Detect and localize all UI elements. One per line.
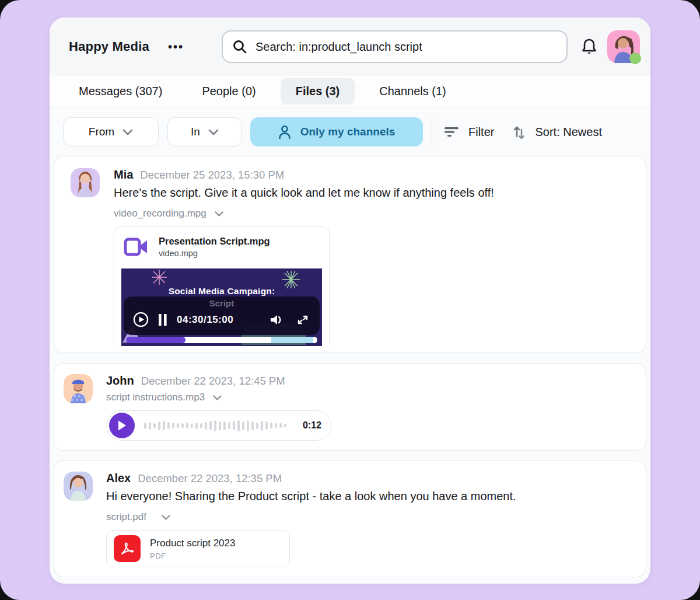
video-progress-bar[interactable] [126,337,317,343]
file-title: Presentation Script.mpg [159,236,270,247]
avatar-alex [64,472,93,501]
chevron-down-icon [213,395,222,400]
top-header: Happy Media ••• [50,18,650,76]
desktop-background: Happy Media ••• Messages [0,0,700,600]
sort-icon [513,124,526,140]
audio-duration: 0:12 [303,420,321,431]
pdf-file-titles: Product script 2023 PDF [150,538,235,560]
pdf-icon [114,535,141,562]
play-icon [117,420,127,431]
author-name: John [106,374,134,388]
tab-messages[interactable]: Messages (307) [64,78,177,104]
timestamp: December 22 2023, 12:45 PM [141,375,285,388]
in-dropdown-label: In [191,125,200,138]
filter-button-label: Filter [468,125,494,139]
online-status-dot [629,53,641,64]
tab-channels[interactable]: Channels (1) [364,78,461,104]
video-camera-icon [124,238,148,256]
pdf-file-card[interactable]: Product script 2023 PDF [106,530,290,567]
user-avatar-button[interactable] [607,30,640,63]
author-name: Alex [106,472,131,485]
attachment-name: script instructions.mp3 [106,392,205,403]
tab-files[interactable]: Files (3) [281,78,355,104]
video-file-header: Presentation Script.mpg video.mpg [114,227,329,266]
notification-bell-button[interactable] [580,37,598,56]
result-card-pdf: Alex December 22 2023, 12:35 PM Hi every… [54,461,646,577]
fullscreen-icon[interactable] [296,313,309,326]
video-overlay-title: Social Media Campaign: [121,286,322,296]
vertical-divider [432,119,432,145]
sort-button[interactable]: Sort: Newest [513,124,601,140]
audio-play-button[interactable] [109,413,135,438]
person-icon [278,125,291,139]
video-controls: 04:30/15:00 [124,308,320,327]
filter-icon [444,127,459,137]
filter-bar: From In Only my channels Filter Sort: Ne… [50,107,650,155]
author-name: Mia [114,168,133,182]
avatar-john [64,374,93,403]
only-my-channels-toggle[interactable]: Only my channels [250,117,423,146]
from-dropdown-label: From [89,125,114,138]
starburst-icon [152,270,167,285]
timestamp: December 25 2023, 15:30 PM [140,169,284,182]
filter-button[interactable]: Filter [444,125,494,139]
chevron-down-icon [162,515,170,520]
search-icon [232,39,247,54]
attachment-toggle[interactable]: video_recording.mpg [114,208,223,219]
chevron-down-icon [208,129,219,135]
chevron-down-icon [215,211,223,217]
only-my-channels-label: Only my channels [300,125,396,138]
volume-icon[interactable] [270,313,284,326]
file-subtitle: video.mpg [159,249,270,258]
result-card-video: Mia December 25 2023, 15:30 PM Here’s th… [54,156,646,353]
attachment-name: video_recording.mpg [114,208,206,219]
file-title: Product script 2023 [150,538,235,549]
audio-player: 0:12 [106,410,331,441]
in-dropdown[interactable]: In [167,117,242,146]
file-subtitle: PDF [150,552,235,560]
video-overlay-subtitle: Script [124,298,320,308]
menu-ellipsis-button[interactable]: ••• [168,40,184,54]
tab-bar: Messages (307) People (0) Files (3) Chan… [50,76,650,107]
search-input[interactable] [256,40,557,54]
sort-button-label: Sort: Newest [535,125,601,139]
pause-icon[interactable] [158,313,167,326]
video-file-card[interactable]: Presentation Script.mpg video.mpg Social… [114,226,330,346]
video-file-titles: Presentation Script.mpg video.mpg [159,236,270,258]
from-dropdown[interactable]: From [63,117,159,146]
progress-fill [126,337,186,343]
message-text: Hi everyone! Sharing the Product script … [106,490,632,503]
result-card-audio: John December 22 2023, 12:45 PM script i… [54,363,646,451]
attachment-toggle[interactable]: script instructions.mp3 [106,392,222,403]
attachment-name: script.pdf [106,511,146,523]
bell-icon [580,37,598,56]
timestamp: December 22 2023, 12:35 PM [138,472,282,485]
chevron-down-icon [123,129,133,135]
avatar-mia [71,168,100,197]
time-display: 04:30/15:00 [177,314,233,326]
video-controls-overlay: Script 04:30/15:00 [124,296,320,335]
attachment-toggle[interactable]: script.pdf [106,511,170,523]
app-title: Happy Media [69,39,149,54]
message-text: Here’s the script. Give it a quick look … [114,186,632,200]
progress-buffered [271,337,313,343]
audio-waveform[interactable] [144,420,295,431]
search-bar [222,30,568,63]
play-icon[interactable] [133,312,149,327]
video-thumbnail[interactable]: Social Media Campaign: Script 04:30/15:0… [121,268,322,346]
results-list: Mia December 25 2023, 15:30 PM Here’s th… [50,155,650,577]
tab-people[interactable]: People (0) [187,78,271,104]
app-window: Happy Media ••• Messages [50,18,650,584]
